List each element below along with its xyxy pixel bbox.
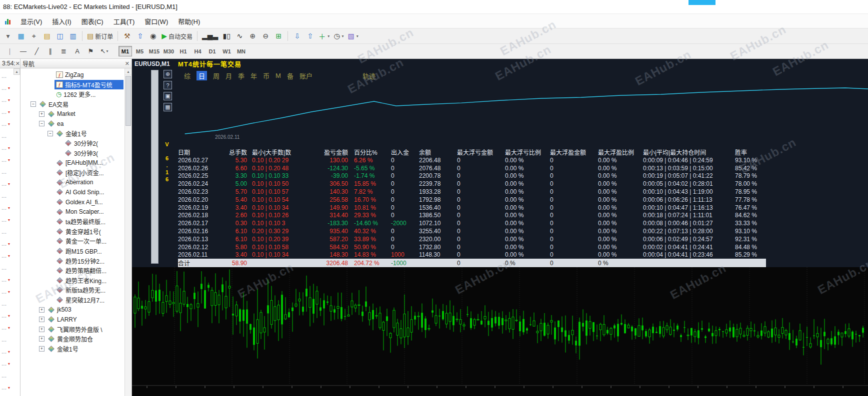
toolbar-dropdown-button[interactable]: ▾	[2, 30, 14, 42]
tree-item[interactable]: 趋势策略翻倍...	[20, 266, 124, 276]
tree-item[interactable]: 30分钟2(	[20, 138, 124, 148]
menu-item-5[interactable]: 窗口(W)	[140, 14, 173, 28]
expander-icon[interactable]: −	[48, 131, 53, 136]
arrange-down-button[interactable]: ⇩	[291, 30, 303, 42]
zoom-in-button[interactable]: ⊕	[246, 30, 258, 42]
symbol-row[interactable]: ...▾	[0, 154, 20, 166]
stats-scrollbar[interactable]	[151, 70, 158, 264]
symbol-row[interactable]: ...▾	[0, 250, 20, 262]
tree-item[interactable]: −EA交易	[20, 99, 124, 109]
candle-chart-type-button[interactable]: ▮▯	[220, 30, 232, 42]
tree-item[interactable]: +jk503	[20, 305, 124, 315]
symbol-row[interactable]: ...	[0, 166, 20, 178]
symbol-row[interactable]: ...▾	[0, 358, 20, 370]
symbol-row[interactable]: ...▾	[0, 286, 20, 298]
tree-item[interactable]: ƒZigZag	[20, 70, 124, 80]
stats-tab-3[interactable]: 周	[213, 71, 220, 80]
stats-tab-10[interactable]: 账户	[300, 71, 312, 80]
expander-icon[interactable]: +	[39, 336, 44, 342]
channel-tool[interactable]: ∥	[44, 45, 57, 57]
tree-item[interactable]: 黄金穿越1号(	[20, 227, 124, 237]
tree-item[interactable]: [EAHub]MM...	[20, 158, 124, 168]
symbol-row[interactable]: ...▾	[0, 274, 20, 286]
tree-item[interactable]: +LARRY	[20, 315, 124, 325]
symbol-row[interactable]: ...▾	[0, 238, 20, 250]
periods-button[interactable]: ◷▾	[332, 30, 345, 42]
menu-item-4[interactable]: 工具(T)	[108, 14, 140, 28]
tree-item[interactable]: ta趋势最终版...	[20, 217, 124, 227]
stats-tab-11[interactable]: 轨迹	[362, 71, 376, 80]
symbol-row[interactable]: ...▾	[0, 106, 20, 118]
templates-button[interactable]: ▧▾	[346, 30, 360, 42]
timeframe-m15[interactable]: M15	[148, 46, 161, 56]
stats-tab-7[interactable]: 币	[263, 71, 270, 80]
symbol-row[interactable]: ...▾	[0, 82, 20, 94]
tree-item[interactable]: ◷1262 更多...	[20, 89, 124, 99]
expander-icon[interactable]: +	[39, 317, 44, 322]
shapes-tool[interactable]: ↖▾	[98, 45, 111, 57]
horizontal-line-tool[interactable]: —	[16, 45, 30, 57]
candlestick-chart[interactable]	[132, 267, 868, 396]
menu-item-6[interactable]: 帮助(H)	[173, 14, 205, 28]
tree-item[interactable]: Goldex AI_fi...	[20, 197, 124, 207]
menu-item-2[interactable]: 插入(I)	[47, 14, 76, 28]
arrange-up-button[interactable]: ⇧	[304, 30, 316, 42]
stats-tab-8[interactable]: M	[276, 72, 281, 79]
symbol-row[interactable]: ...	[0, 334, 20, 346]
zoom-out-button[interactable]: ⊖	[260, 30, 272, 42]
timeframe-h1[interactable]: H1	[176, 46, 190, 56]
close-icon[interactable]: ✕	[125, 60, 130, 67]
scroll-up-icon[interactable]: ▲	[14, 68, 20, 75]
scroll-up-icon[interactable]: ▲	[125, 68, 132, 75]
symbol-row[interactable]: ...▾	[0, 142, 20, 154]
stats-tab-4[interactable]: 月	[226, 71, 232, 80]
tree-item[interactable]: Mon Scalper...	[20, 207, 124, 217]
autotrade-button[interactable]: ▶自动交易	[160, 30, 194, 42]
add-indicator-button[interactable]: ＋▾	[317, 30, 331, 42]
tree-item[interactable]: 星突破12月7...	[20, 295, 124, 305]
tree-item[interactable]: +飞翼顺势外盘版 \	[20, 324, 124, 334]
stats-tab-1[interactable]: 综	[184, 71, 190, 80]
symbol-row[interactable]: ...	[0, 130, 20, 142]
symbol-row[interactable]: ...▾	[0, 382, 20, 394]
market-watch-button[interactable]: ◫	[54, 30, 66, 42]
expander-icon[interactable]: +	[39, 327, 44, 332]
tree-item[interactable]: AI Gold Snip...	[20, 187, 124, 197]
copy-icon[interactable]: ▦	[164, 103, 172, 111]
tree-item[interactable]: 30分钟3(	[20, 148, 124, 158]
symbol-row[interactable]: ...▾	[0, 346, 20, 358]
stats-tab-6[interactable]: 年	[250, 71, 257, 80]
tile-windows-button[interactable]: ⊞	[272, 30, 284, 42]
price-chart-area[interactable]	[132, 267, 868, 396]
timeframe-d1[interactable]: D1	[206, 46, 219, 56]
timeframe-m1[interactable]: M1	[118, 46, 132, 56]
symbol-row[interactable]: ...▾	[0, 202, 20, 214]
trendline-tool[interactable]: ╱	[30, 45, 44, 57]
expander-icon[interactable]: +	[39, 307, 44, 313]
tree-item[interactable]: 黄金一次一单...	[20, 236, 124, 246]
bar-chart-type-button[interactable]: ▂▅▃	[200, 30, 220, 42]
symbol-row[interactable]: ...	[0, 226, 20, 238]
symbol-row[interactable]: ...▾	[0, 94, 20, 106]
data-window-button[interactable]: ▥	[67, 30, 79, 42]
tree-item[interactable]: 趋势15分钟2...	[20, 256, 124, 266]
stats-tab-5[interactable]: 季	[238, 71, 244, 80]
text-tool[interactable]: A	[70, 45, 84, 57]
expander-icon[interactable]: +	[39, 111, 44, 117]
symbol-row[interactable]: ...▾	[0, 178, 20, 190]
tree-item[interactable]: −金破1号	[20, 129, 124, 139]
close-icon[interactable]: ✕	[16, 60, 20, 67]
window-icon[interactable]: ▣	[164, 92, 172, 100]
expander-icon[interactable]: −	[39, 121, 44, 126]
label-tool[interactable]: ⚑	[84, 45, 98, 57]
tree-item[interactable]: 新版ta趋势无...	[20, 285, 124, 295]
new-chart-button[interactable]: ▦	[15, 30, 27, 42]
menu-item-3[interactable]: 图表(C)	[76, 14, 108, 28]
fibonacci-tool[interactable]: ≣	[57, 45, 70, 57]
symbol-row[interactable]: ...▾	[0, 322, 20, 334]
tree-item[interactable]: +Market	[20, 109, 124, 119]
tree-item[interactable]: +金破1号	[20, 344, 124, 354]
community-button[interactable]: ◉	[147, 30, 159, 42]
timeframe-h4[interactable]: H4	[191, 46, 204, 56]
line-chart-type-button[interactable]: ∿	[234, 30, 246, 42]
